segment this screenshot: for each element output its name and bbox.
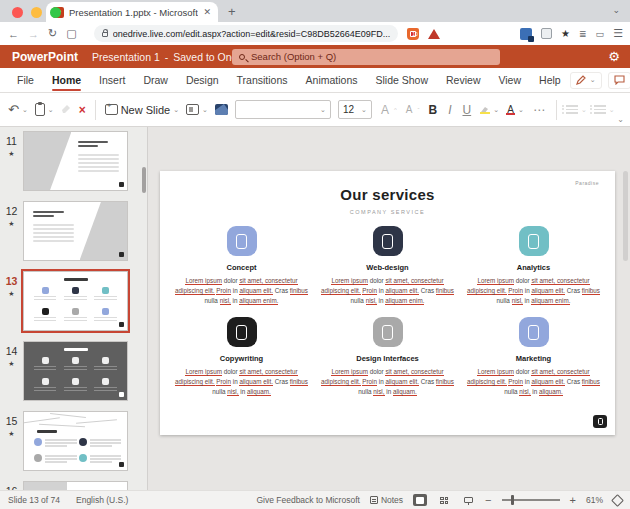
menu-tab-review[interactable]: Review [437,69,489,91]
shrink-font-button[interactable]: Aˇ [404,104,420,115]
menu-tab-design[interactable]: Design [177,69,228,91]
reload-icon[interactable]: ↻ [48,27,57,40]
normal-view-button[interactable] [413,494,427,506]
back-icon[interactable]: ← [8,28,19,40]
service-icon[interactable] [519,226,549,256]
app-name[interactable]: PowerPoint [12,50,78,64]
feedback-link[interactable]: Give Feedback to Microsoft [256,495,359,505]
zoom-slider[interactable] [502,499,560,501]
menu-tab-animations[interactable]: Animations [297,69,367,91]
slide-thumbnail-13[interactable] [23,271,128,331]
language-indicator[interactable]: English (U.S.) [76,495,128,505]
slide-position-indicator[interactable]: Slide 13 of 74 [8,495,60,505]
slideshow-view-button[interactable] [461,494,475,506]
more-formatting-button[interactable]: ⋯ [531,103,547,117]
service-icon[interactable] [227,226,257,256]
slide-thumbnail-16[interactable] [23,481,128,490]
browser-tab[interactable]: P Presentation 1.pptx - Microsoft ✕ [46,2,218,22]
settings-gear-icon[interactable]: ⚙ [608,50,620,63]
slide-thumbnail-14[interactable] [23,341,128,401]
pin-extension-icon[interactable]: ★ [561,28,570,39]
bold-button[interactable]: B [426,103,439,117]
menu-tab-draw[interactable]: Draw [134,69,177,91]
italic-button[interactable]: I [446,103,453,117]
fit-slide-icon[interactable] [611,494,624,507]
notes-toggle[interactable]: Notes [370,495,403,505]
thumbnail-scrollbar[interactable] [142,167,146,193]
service-name[interactable]: Concept [227,263,257,272]
notes-extension-icon[interactable] [541,28,552,39]
service-name[interactable]: Design Interfaces [356,354,419,363]
service-icon[interactable] [373,226,403,256]
menu-tab-insert[interactable]: Insert [90,69,134,91]
slide-title[interactable]: Our services [160,186,615,203]
minimize-window-button[interactable] [31,7,42,18]
slide-number-15: 15★ [0,411,23,471]
zoom-slider-handle[interactable] [511,495,514,505]
password-extension-icon[interactable] [520,28,532,40]
editing-mode-button[interactable]: ⌄ [570,72,602,89]
list-extension-icon[interactable]: ≣ [579,29,587,39]
tab-search-chevron-icon[interactable]: ⌄ [612,5,620,15]
warning-extension-icon[interactable] [428,29,440,39]
menu-tab-slide-show[interactable]: Slide Show [367,69,438,91]
number-list-button[interactable]: ⌄ [594,105,615,114]
menu-tab-transitions[interactable]: Transitions [228,69,297,91]
collapse-ribbon-icon[interactable]: ⌄ [617,115,624,124]
layout-button[interactable]: ⌄ [186,104,208,115]
zoom-window-button[interactable] [50,7,61,18]
service-name[interactable]: Web-design [366,263,408,272]
font-size-combo[interactable]: 12⌄ [338,100,372,119]
slide-editor[interactable]: Paradise Our services COMPANY SERVICE Co… [160,171,615,435]
service-description[interactable]: Lorem ipsum dolor sit amet, consectetur … [320,276,456,306]
slide-thumbnail-11[interactable] [23,131,128,191]
adblock-extension-icon[interactable]: 10 [407,28,419,40]
service-description[interactable]: Lorem ipsum dolor sit amet, consectetur … [174,367,310,397]
new-slide-button[interactable]: New Slide ⌄ [105,104,179,116]
service-icon[interactable] [227,317,257,347]
menu-tab-help[interactable]: Help [530,69,570,91]
service-description[interactable]: Lorem ipsum dolor sit amet, consectetur … [320,367,456,397]
background-button[interactable] [215,104,228,115]
font-color-button[interactable]: A ⌄ [506,104,524,115]
service-description[interactable]: Lorem ipsum dolor sit amet, consectetur … [174,276,310,306]
pip-extension-icon[interactable]: ▭ [596,29,605,39]
side-panel-icon[interactable]: ▢ [66,27,76,40]
service-name[interactable]: Copywriting [220,354,263,363]
paste-button[interactable]: ⌄ [35,103,54,116]
bullet-list-button[interactable]: ⌄ [566,105,587,114]
browser-menu-icon[interactable]: ☰ [613,27,622,40]
service-name[interactable]: Marketing [516,354,551,363]
comment-icon [614,75,625,85]
slide-thumbnail-15[interactable] [23,411,128,471]
search-box[interactable]: Search (Option + Q) [232,49,500,65]
service-icon[interactable] [373,317,403,347]
service-description[interactable]: Lorem ipsum dolor sit amet, consectetur … [466,276,602,306]
canvas-scrollbar[interactable] [623,171,628,261]
close-tab-icon[interactable]: ✕ [203,7,211,17]
grow-font-button[interactable]: A^ [379,103,397,117]
zoom-out-button[interactable]: − [485,495,491,506]
slide-thumbnail-12[interactable] [23,201,128,261]
new-tab-button[interactable]: + [228,4,236,19]
close-window-button[interactable] [12,7,23,18]
address-bar[interactable]: onedrive.live.com/edit.aspx?action=edit&… [94,25,399,42]
service-description[interactable]: Lorem ipsum dolor sit amet, consectetur … [466,367,602,397]
document-name[interactable]: Presentation 1 [92,51,160,63]
pencil-icon [576,75,586,85]
service-icon[interactable] [519,317,549,347]
menu-tab-home[interactable]: Home [43,69,90,91]
service-name[interactable]: Analytics [517,263,550,272]
zoom-in-button[interactable]: + [570,495,576,506]
delete-button[interactable]: × [79,103,86,117]
slide-sorter-view-button[interactable] [437,494,451,506]
slide-subtitle[interactable]: COMPANY SERVICE [160,209,615,215]
undo-button[interactable]: ↶⌄ [8,103,28,116]
highlight-button[interactable]: ⌄ [480,106,499,114]
zoom-level[interactable]: 61% [586,495,603,505]
underline-button[interactable]: U [460,103,473,117]
comments-button[interactable] [608,72,630,89]
menu-tab-file[interactable]: File [8,69,43,91]
font-name-combo[interactable]: ⌄ [235,100,331,119]
menu-tab-view[interactable]: View [489,69,530,91]
